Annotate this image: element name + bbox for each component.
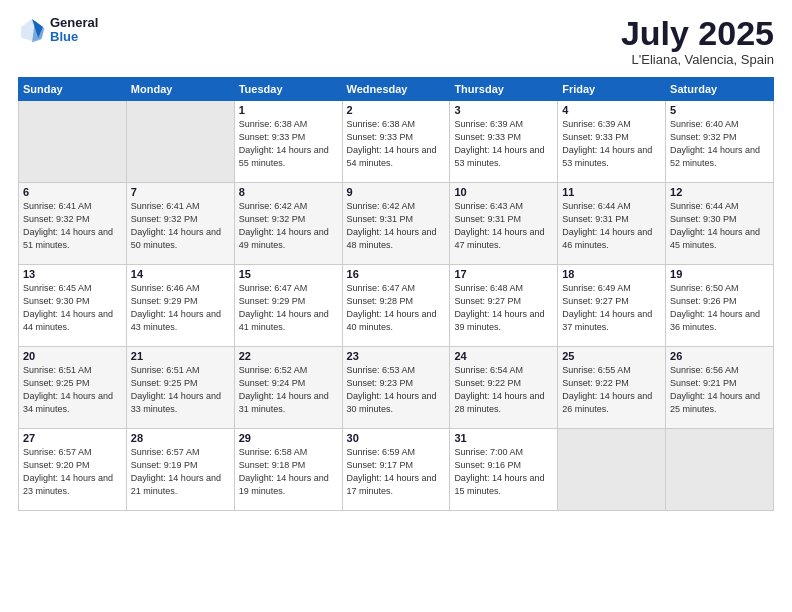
calendar-week-row: 6Sunrise: 6:41 AM Sunset: 9:32 PM Daylig… [19,183,774,265]
day-info: Sunrise: 6:47 AM Sunset: 9:29 PM Dayligh… [239,282,338,334]
day-info: Sunrise: 6:51 AM Sunset: 9:25 PM Dayligh… [23,364,122,416]
calendar-cell: 7Sunrise: 6:41 AM Sunset: 9:32 PM Daylig… [126,183,234,265]
day-number: 11 [562,186,661,198]
weekday-header: Thursday [450,78,558,101]
calendar-header-row: SundayMondayTuesdayWednesdayThursdayFrid… [19,78,774,101]
day-info: Sunrise: 6:49 AM Sunset: 9:27 PM Dayligh… [562,282,661,334]
day-info: Sunrise: 6:43 AM Sunset: 9:31 PM Dayligh… [454,200,553,252]
calendar-cell: 20Sunrise: 6:51 AM Sunset: 9:25 PM Dayli… [19,347,127,429]
calendar-week-row: 1Sunrise: 6:38 AM Sunset: 9:33 PM Daylig… [19,101,774,183]
calendar-cell: 27Sunrise: 6:57 AM Sunset: 9:20 PM Dayli… [19,429,127,511]
day-info: Sunrise: 6:46 AM Sunset: 9:29 PM Dayligh… [131,282,230,334]
calendar-cell: 13Sunrise: 6:45 AM Sunset: 9:30 PM Dayli… [19,265,127,347]
day-number: 31 [454,432,553,444]
calendar-cell: 3Sunrise: 6:39 AM Sunset: 9:33 PM Daylig… [450,101,558,183]
calendar-cell: 21Sunrise: 6:51 AM Sunset: 9:25 PM Dayli… [126,347,234,429]
weekday-header: Sunday [19,78,127,101]
day-info: Sunrise: 6:47 AM Sunset: 9:28 PM Dayligh… [347,282,446,334]
calendar-cell: 4Sunrise: 6:39 AM Sunset: 9:33 PM Daylig… [558,101,666,183]
day-info: Sunrise: 6:53 AM Sunset: 9:23 PM Dayligh… [347,364,446,416]
day-number: 16 [347,268,446,280]
weekday-header: Saturday [666,78,774,101]
day-number: 25 [562,350,661,362]
day-number: 2 [347,104,446,116]
calendar-cell: 31Sunrise: 7:00 AM Sunset: 9:16 PM Dayli… [450,429,558,511]
calendar-cell: 14Sunrise: 6:46 AM Sunset: 9:29 PM Dayli… [126,265,234,347]
calendar-cell: 10Sunrise: 6:43 AM Sunset: 9:31 PM Dayli… [450,183,558,265]
calendar-week-row: 13Sunrise: 6:45 AM Sunset: 9:30 PM Dayli… [19,265,774,347]
title-location: L'Eliana, Valencia, Spain [621,52,774,67]
day-info: Sunrise: 6:52 AM Sunset: 9:24 PM Dayligh… [239,364,338,416]
day-info: Sunrise: 6:55 AM Sunset: 9:22 PM Dayligh… [562,364,661,416]
day-info: Sunrise: 6:39 AM Sunset: 9:33 PM Dayligh… [454,118,553,170]
calendar-cell: 22Sunrise: 6:52 AM Sunset: 9:24 PM Dayli… [234,347,342,429]
day-number: 21 [131,350,230,362]
day-number: 15 [239,268,338,280]
calendar-cell: 19Sunrise: 6:50 AM Sunset: 9:26 PM Dayli… [666,265,774,347]
day-number: 26 [670,350,769,362]
day-number: 8 [239,186,338,198]
calendar-cell: 25Sunrise: 6:55 AM Sunset: 9:22 PM Dayli… [558,347,666,429]
logo-icon [18,16,46,44]
day-info: Sunrise: 6:59 AM Sunset: 9:17 PM Dayligh… [347,446,446,498]
day-number: 24 [454,350,553,362]
logo: General Blue [18,16,98,45]
page-header: General Blue July 2025 L'Eliana, Valenci… [18,16,774,67]
day-number: 27 [23,432,122,444]
day-number: 6 [23,186,122,198]
day-number: 23 [347,350,446,362]
day-info: Sunrise: 6:41 AM Sunset: 9:32 PM Dayligh… [131,200,230,252]
calendar-cell: 15Sunrise: 6:47 AM Sunset: 9:29 PM Dayli… [234,265,342,347]
calendar-cell: 26Sunrise: 6:56 AM Sunset: 9:21 PM Dayli… [666,347,774,429]
day-info: Sunrise: 6:44 AM Sunset: 9:31 PM Dayligh… [562,200,661,252]
day-info: Sunrise: 7:00 AM Sunset: 9:16 PM Dayligh… [454,446,553,498]
calendar-table: SundayMondayTuesdayWednesdayThursdayFrid… [18,77,774,511]
calendar-cell: 17Sunrise: 6:48 AM Sunset: 9:27 PM Dayli… [450,265,558,347]
day-number: 5 [670,104,769,116]
title-month: July 2025 [621,16,774,50]
day-number: 30 [347,432,446,444]
calendar-cell: 12Sunrise: 6:44 AM Sunset: 9:30 PM Dayli… [666,183,774,265]
day-number: 14 [131,268,230,280]
calendar-cell [19,101,127,183]
day-info: Sunrise: 6:42 AM Sunset: 9:32 PM Dayligh… [239,200,338,252]
logo-text: General Blue [50,16,98,45]
day-info: Sunrise: 6:40 AM Sunset: 9:32 PM Dayligh… [670,118,769,170]
day-info: Sunrise: 6:50 AM Sunset: 9:26 PM Dayligh… [670,282,769,334]
day-number: 1 [239,104,338,116]
logo-general: General [50,16,98,30]
day-info: Sunrise: 6:38 AM Sunset: 9:33 PM Dayligh… [239,118,338,170]
calendar-cell: 30Sunrise: 6:59 AM Sunset: 9:17 PM Dayli… [342,429,450,511]
logo-blue: Blue [50,30,98,44]
day-info: Sunrise: 6:44 AM Sunset: 9:30 PM Dayligh… [670,200,769,252]
day-number: 28 [131,432,230,444]
day-number: 20 [23,350,122,362]
day-number: 10 [454,186,553,198]
day-number: 19 [670,268,769,280]
calendar-cell: 6Sunrise: 6:41 AM Sunset: 9:32 PM Daylig… [19,183,127,265]
weekday-header: Tuesday [234,78,342,101]
day-info: Sunrise: 6:39 AM Sunset: 9:33 PM Dayligh… [562,118,661,170]
day-number: 17 [454,268,553,280]
day-number: 22 [239,350,338,362]
day-info: Sunrise: 6:57 AM Sunset: 9:19 PM Dayligh… [131,446,230,498]
calendar-cell [126,101,234,183]
weekday-header: Monday [126,78,234,101]
calendar-cell: 29Sunrise: 6:58 AM Sunset: 9:18 PM Dayli… [234,429,342,511]
calendar-week-row: 27Sunrise: 6:57 AM Sunset: 9:20 PM Dayli… [19,429,774,511]
day-info: Sunrise: 6:41 AM Sunset: 9:32 PM Dayligh… [23,200,122,252]
calendar-cell: 5Sunrise: 6:40 AM Sunset: 9:32 PM Daylig… [666,101,774,183]
day-info: Sunrise: 6:48 AM Sunset: 9:27 PM Dayligh… [454,282,553,334]
day-number: 13 [23,268,122,280]
day-number: 29 [239,432,338,444]
calendar-cell: 1Sunrise: 6:38 AM Sunset: 9:33 PM Daylig… [234,101,342,183]
day-number: 4 [562,104,661,116]
calendar-week-row: 20Sunrise: 6:51 AM Sunset: 9:25 PM Dayli… [19,347,774,429]
day-number: 12 [670,186,769,198]
day-info: Sunrise: 6:45 AM Sunset: 9:30 PM Dayligh… [23,282,122,334]
day-number: 3 [454,104,553,116]
calendar-cell: 24Sunrise: 6:54 AM Sunset: 9:22 PM Dayli… [450,347,558,429]
calendar-cell: 2Sunrise: 6:38 AM Sunset: 9:33 PM Daylig… [342,101,450,183]
calendar-cell: 23Sunrise: 6:53 AM Sunset: 9:23 PM Dayli… [342,347,450,429]
day-info: Sunrise: 6:58 AM Sunset: 9:18 PM Dayligh… [239,446,338,498]
